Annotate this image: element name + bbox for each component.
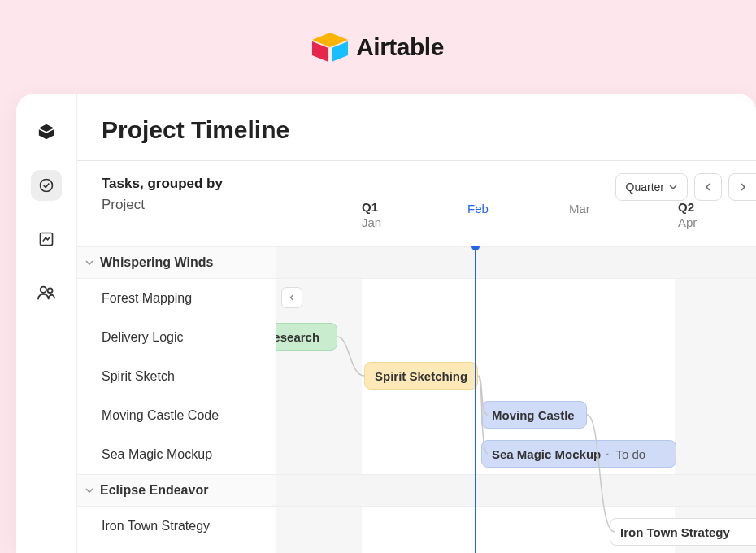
chevron-right-icon xyxy=(739,183,747,191)
group-by-field: Project xyxy=(102,197,223,213)
svg-point-5 xyxy=(41,287,46,293)
people-icon xyxy=(37,285,55,301)
timeline-tick: Feb xyxy=(467,200,489,216)
timeline-tick: Q2 Apr xyxy=(678,200,697,229)
group-header[interactable]: Eclipse Endeavor xyxy=(77,474,276,507)
task-row[interactable]: Forest Mapping xyxy=(77,279,276,318)
timeline-tick: Mar xyxy=(569,200,590,216)
timeline-tick: Q1 Jan xyxy=(362,200,381,229)
brand-name: Airtable xyxy=(356,33,444,61)
brand-logo: Airtable xyxy=(312,33,444,62)
task-row[interactable]: Moving Castle Code xyxy=(77,396,276,435)
sidebar-home[interactable] xyxy=(31,116,62,147)
chevron-down-icon xyxy=(85,486,93,494)
cube-icon xyxy=(37,123,55,141)
airtable-logo-icon xyxy=(312,33,348,62)
group-header[interactable]: Whispering Winds xyxy=(77,246,276,279)
chevron-down-icon xyxy=(85,259,93,267)
chevron-left-icon xyxy=(704,183,712,191)
sidebar-people[interactable] xyxy=(31,277,62,308)
scale-selector[interactable]: Quarter xyxy=(615,173,688,201)
chevron-down-icon xyxy=(669,183,677,191)
check-circle-icon xyxy=(38,177,54,194)
prev-button[interactable] xyxy=(694,173,722,201)
task-row[interactable]: Delivery Logic xyxy=(77,318,276,357)
next-button[interactable] xyxy=(728,173,756,201)
task-row[interactable]: Spirit Sketch xyxy=(77,357,276,396)
group-by-label: Tasks, grouped by xyxy=(102,176,223,192)
task-row[interactable]: Iron Town Strategy xyxy=(77,507,276,546)
now-indicator xyxy=(475,246,476,553)
page-title: Project Timeline xyxy=(102,116,732,144)
task-row[interactable]: Sea Magic Mockup xyxy=(77,435,276,474)
svg-point-3 xyxy=(41,180,53,192)
chart-icon xyxy=(38,231,54,247)
app-window: Project Timeline Tasks, grouped by Proje… xyxy=(16,94,756,553)
sidebar-tasks[interactable] xyxy=(31,170,62,201)
svg-point-6 xyxy=(48,288,53,293)
scroll-left-pill[interactable] xyxy=(281,287,302,308)
sidebar-analytics[interactable] xyxy=(31,224,62,255)
chevron-left-icon xyxy=(289,294,295,301)
sidebar xyxy=(16,94,77,553)
